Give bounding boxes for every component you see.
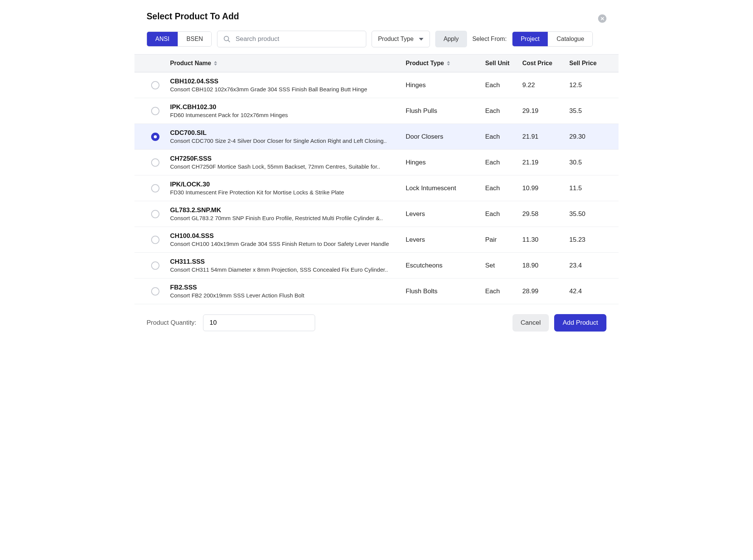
sell-unit-cell: Each [485, 185, 522, 192]
modal-title: Select Product To Add [147, 11, 606, 22]
product-code: CH7250F.SSS [170, 155, 401, 163]
quantity-label: Product Quantity: [147, 319, 196, 327]
sell-unit-cell: Each [485, 133, 522, 141]
search-icon [223, 35, 231, 43]
table-header: Product Name Product Type Sell Unit Cost… [134, 54, 619, 72]
cost-price-cell: 29.58 [522, 210, 569, 218]
row-radio[interactable] [151, 81, 159, 89]
standard-segment: ANSI BSEN [147, 31, 212, 47]
cost-price-cell: 29.19 [522, 107, 569, 115]
table-row[interactable]: CH311.SSSConsort CH311 54mm Diameter x 8… [134, 253, 619, 278]
tab-ansi[interactable]: ANSI [147, 32, 178, 46]
table-row[interactable]: GL783.2.SNP.MKConsort GL783.2 70mm SNP F… [134, 201, 619, 227]
product-type-label: Product Type [378, 36, 414, 42]
sell-price-cell: 11.5 [569, 185, 603, 192]
product-description: Consort CDC700 Size 2-4 Silver Door Clos… [170, 138, 401, 144]
table-row[interactable]: FB2.SSSConsort FB2 200x19mm SSS Lever Ac… [134, 278, 619, 304]
sort-icon [214, 61, 217, 66]
product-type-cell: Flush Bolts [406, 288, 485, 295]
sell-unit-cell: Each [485, 210, 522, 218]
quantity-wrap: Product Quantity: [147, 314, 315, 331]
sell-price-cell: 30.5 [569, 159, 603, 166]
search-wrapper[interactable] [217, 31, 366, 47]
cancel-button[interactable]: Cancel [512, 314, 549, 332]
table-row[interactable]: CDC700.SILConsort CDC700 Size 2-4 Silver… [134, 124, 619, 150]
product-code: CBH102.04.SSS [170, 78, 401, 85]
col-header-unit[interactable]: Sell Unit [485, 60, 522, 67]
product-type-cell: Levers [406, 210, 485, 218]
col-header-cost[interactable]: Cost Price [522, 60, 569, 67]
row-radio[interactable] [151, 236, 159, 244]
modal-footer: Product Quantity: Cancel Add Product [147, 314, 606, 332]
sell-price-cell: 29.30 [569, 133, 603, 141]
search-input[interactable] [236, 35, 361, 43]
product-type-cell: Lock Intumescent [406, 185, 485, 192]
sell-unit-cell: Pair [485, 236, 522, 244]
product-code: CDC700.SIL [170, 129, 401, 137]
table-row[interactable]: CH7250F.SSSConsort CH7250F Mortice Sash … [134, 150, 619, 175]
sell-unit-cell: Each [485, 159, 522, 166]
table-row[interactable]: CBH102.04.SSSConsort CBH102 102x76x3mm G… [134, 72, 619, 98]
row-radio[interactable] [151, 287, 159, 296]
product-type-cell: Levers [406, 236, 485, 244]
quantity-input[interactable] [203, 314, 315, 331]
sell-unit-cell: Each [485, 107, 522, 115]
product-description: Consort FB2 200x19mm SSS Lever Action Fl… [170, 292, 401, 299]
product-description: Consort CBH102 102x76x3mm Grade 304 SSS … [170, 86, 401, 92]
cost-price-cell: 21.19 [522, 159, 569, 166]
product-description: Consort CH7250F Mortice Sash Lock, 55mm … [170, 163, 401, 170]
select-from-label: Select From: [472, 36, 507, 42]
svg-line-1 [228, 40, 230, 42]
product-code: CH100.04.SSS [170, 232, 401, 240]
chevron-down-icon [419, 38, 423, 41]
row-radio[interactable] [151, 158, 159, 167]
table-row[interactable]: CH100.04.SSSConsort CH100 140x19mm Grade… [134, 227, 619, 253]
sell-price-cell: 35.5 [569, 107, 603, 115]
apply-button[interactable]: Apply [435, 31, 467, 47]
sell-price-cell: 15.23 [569, 236, 603, 244]
sell-price-cell: 35.50 [569, 210, 603, 218]
tab-catalogue[interactable]: Catalogue [548, 32, 592, 46]
product-description: FD60 Intumescent Pack for 102x76mm Hinge… [170, 112, 401, 118]
cost-price-cell: 18.90 [522, 262, 569, 269]
row-radio[interactable] [151, 107, 159, 115]
cost-price-cell: 10.99 [522, 185, 569, 192]
product-code: GL783.2.SNP.MK [170, 206, 401, 214]
tab-bsen[interactable]: BSEN [178, 32, 211, 46]
sell-unit-cell: Each [485, 288, 522, 295]
product-type-cell: Hinges [406, 159, 485, 166]
col-header-type[interactable]: Product Type [406, 60, 485, 67]
product-type-cell: Escutcheons [406, 262, 485, 269]
footer-buttons: Cancel Add Product [512, 314, 606, 332]
product-type-dropdown[interactable]: Product Type [372, 31, 430, 47]
product-code: CH311.SSS [170, 258, 401, 266]
tab-project[interactable]: Project [512, 32, 548, 46]
product-description: FD30 Intumescent Fire Protection Kit for… [170, 189, 401, 196]
cost-price-cell: 9.22 [522, 81, 569, 89]
col-header-name[interactable]: Product Name [170, 60, 406, 67]
select-product-modal: Select Product To Add ✕ ANSI BSEN Produc… [134, 0, 619, 339]
product-code: FB2.SSS [170, 284, 401, 291]
table-row[interactable]: IPK/LOCK.30FD30 Intumescent Fire Protect… [134, 175, 619, 201]
row-radio[interactable] [151, 210, 159, 218]
product-type-cell: Door Closers [406, 133, 485, 141]
product-description: Consort GL783.2 70mm SNP Finish Euro Pro… [170, 215, 401, 221]
sell-unit-cell: Each [485, 81, 522, 89]
row-radio[interactable] [151, 261, 159, 270]
cost-price-cell: 28.99 [522, 288, 569, 295]
row-radio[interactable] [151, 184, 159, 192]
row-radio[interactable] [151, 133, 159, 141]
add-product-button[interactable]: Add Product [554, 314, 606, 332]
close-button[interactable]: ✕ [598, 14, 606, 23]
sell-price-cell: 12.5 [569, 81, 603, 89]
product-type-cell: Flush Pulls [406, 107, 485, 115]
col-header-sell[interactable]: Sell Price [569, 60, 603, 67]
sell-unit-cell: Set [485, 262, 522, 269]
table-body: CBH102.04.SSSConsort CBH102 102x76x3mm G… [134, 72, 619, 304]
product-description: Consort CH311 54mm Diameter x 8mm Projec… [170, 266, 401, 273]
product-code: IPK/LOCK.30 [170, 181, 401, 188]
sell-price-cell: 23.4 [569, 262, 603, 269]
close-icon: ✕ [600, 16, 605, 21]
table-row[interactable]: IPK.CBH102.30FD60 Intumescent Pack for 1… [134, 98, 619, 124]
product-type-cell: Hinges [406, 81, 485, 89]
